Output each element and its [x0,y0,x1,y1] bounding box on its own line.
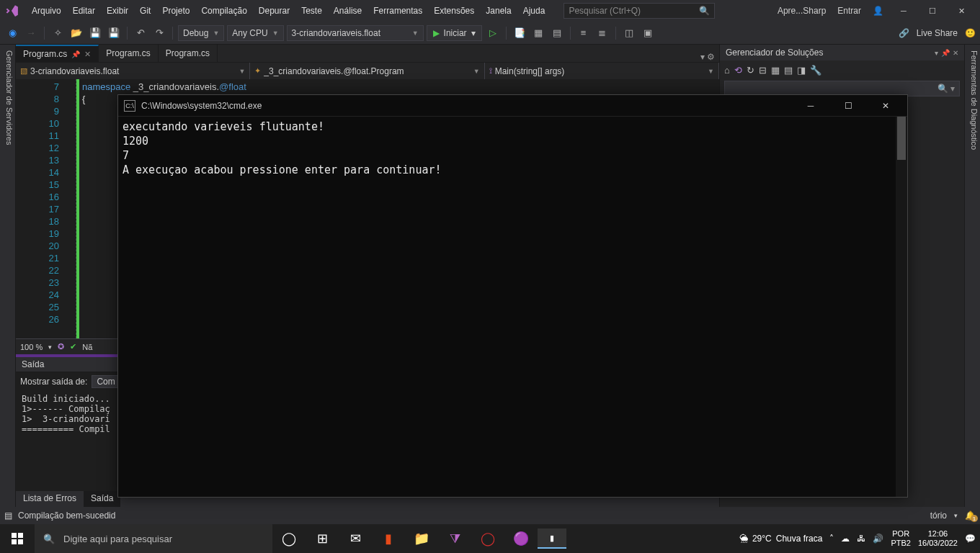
open-icon[interactable]: 📂 [68,25,84,41]
redo-icon[interactable]: ↷ [151,25,167,41]
menu-exibir[interactable]: Exibir [101,0,134,22]
tb-misc5-icon[interactable]: ≣ [594,25,610,41]
visualstudio-icon[interactable]: ⧩ [438,524,471,553]
office-icon[interactable]: ▮ [372,524,405,553]
undo-icon[interactable]: ↶ [133,25,148,41]
tray-language[interactable]: PORPTB2 [891,529,911,548]
save-icon[interactable]: 💾 [87,25,103,41]
solexp-wrench-icon[interactable]: 🔧 [810,65,821,76]
menu-compilação[interactable]: Compilação [195,0,252,22]
right-vertical-tabs[interactable]: Ferramentas de Diagnóstico [964,45,980,507]
solexp-close-icon[interactable]: ✕ [953,49,958,57]
console-close-button[interactable]: ✕ [870,95,901,117]
feedback-icon[interactable]: 🙂 [965,28,976,38]
taskview-icon[interactable]: ⊞ [306,524,339,553]
console-minimize-button[interactable]: ─ [795,95,827,117]
status-repo[interactable]: tório [930,511,947,521]
tab-errorlist[interactable]: Lista de Erros [16,491,84,507]
signin-link[interactable]: Entrar [832,6,867,16]
solexp-toolbar[interactable]: ⌂ ⟲ ↻ ⊟ ▦ ▤ ◨ 🔧 [720,60,964,79]
doc-tab-1[interactable]: Program.cs [99,45,158,62]
start-nodebug-icon[interactable]: ▷ [485,25,501,41]
learn-link[interactable]: Apre...Sharp [772,6,832,16]
console-maximize-button[interactable]: ☐ [832,95,864,117]
global-search-input[interactable]: Pesquisar (Ctrl+Q) 🔍 [564,3,715,19]
nav-project-dropdown[interactable]: ▧3-criandovariaveis.float▼ [16,63,250,79]
maximize-button[interactable]: ☐ [918,0,947,22]
issues-icon: ✔ [70,342,76,351]
tray-chevron-icon[interactable]: ˄ [829,534,834,544]
zoom-level[interactable]: 100 % [20,343,43,351]
menu-arquivo[interactable]: Arquivo [26,0,67,22]
doc-tab-0[interactable]: Program.cs📌✕ [16,45,99,62]
cmd-icon: C:\ [124,100,135,112]
solexp-pin-icon[interactable]: 📌 [941,49,950,57]
liveshare-button[interactable]: Live Share [917,28,958,38]
tb-misc1-icon[interactable]: 📑 [512,25,527,41]
platform-dropdown[interactable]: Any CPU▼ [227,25,283,41]
menu-janela[interactable]: Janela [480,0,517,22]
tray-network-icon[interactable]: 🖧 [857,534,865,544]
left-vertical-tabs[interactable]: Gerenciador de Servidores Caixa de Ferra… [0,45,16,507]
menu-depurar[interactable]: Depurar [253,0,295,22]
nav-class-dropdown[interactable]: ✦_3_criandovariaveis.@float.Program▼ [250,63,484,79]
solexp-props-icon[interactable]: ▤ [784,65,793,76]
tray-volume-icon[interactable]: 🔊 [873,534,883,544]
tb-misc7-icon[interactable]: ▣ [640,25,656,41]
doc-tab-2[interactable]: Program.cs [159,45,218,62]
search-icon: 🔍 [43,534,55,544]
user-icon[interactable]: 👤 [867,6,889,16]
tab-output[interactable]: Saída [84,491,120,507]
output-source-dropdown[interactable]: Com [92,375,120,388]
tb-misc4-icon[interactable]: ≡ [576,25,592,41]
minimize-button[interactable]: ─ [889,0,918,22]
solexp-sync-icon[interactable]: ⟲ [734,65,742,76]
liveshare-icon: 🔗 [899,28,909,38]
cmd-taskbar-icon[interactable]: ▮ [538,529,566,549]
config-dropdown[interactable]: Debug▼ [178,25,224,41]
taskbar-search[interactable]: 🔍 Digite aqui para pesquisar [35,524,272,553]
menu-git[interactable]: Git [134,0,156,22]
menu-teste[interactable]: Teste [295,0,328,22]
target-dropdown[interactable]: 3-criandovariaveis.float▼ [287,25,424,41]
weather-widget[interactable]: 🌦 29°C Chuva fraca [739,534,823,544]
console-scrollbar[interactable] [896,117,907,497]
tb-misc6-icon[interactable]: ◫ [621,25,637,41]
opera-icon[interactable]: ◯ [471,524,504,553]
copilot-icon[interactable]: 🟣 [504,524,538,553]
menu-ferramentas[interactable]: Ferramentas [368,0,428,22]
start-button[interactable] [0,524,35,553]
explorer-icon[interactable]: 📁 [405,524,438,553]
vs-status-bar: ▤ Compilação bem-sucedid tório▾ 🔔1 [0,507,980,524]
cortana-icon[interactable]: ◯ [272,524,306,553]
save-all-icon[interactable]: 💾 [106,25,122,41]
nav-method-dropdown[interactable]: ⟟Main(string[] args)▼ [485,63,719,79]
nav-back-icon[interactable]: ◉ [4,25,20,41]
new-item-icon[interactable]: ✧ [50,25,66,41]
tray-notifications-icon[interactable]: 💬 [965,534,976,544]
menu-extensões[interactable]: Extensões [428,0,480,22]
solexp-home-icon[interactable]: ⌂ [724,65,730,76]
start-debug-button[interactable]: ▶Iniciar▾ [427,25,482,41]
solexp-collapse-icon[interactable]: ⊟ [759,65,767,76]
tb-misc3-icon[interactable]: ▤ [549,25,565,41]
tab-overflow-icon[interactable]: ▾ ⚙ [696,52,719,62]
menu-editar[interactable]: Editar [67,0,101,22]
tb-misc2-icon[interactable]: ▦ [530,25,546,41]
solexp-dropdown-icon[interactable]: ▾ [935,49,938,57]
nav-fwd-icon[interactable]: → [23,25,39,41]
solexp-preview-icon[interactable]: ◨ [797,65,806,76]
tray-onedrive-icon[interactable]: ☁ [841,534,850,544]
close-button[interactable]: ✕ [947,0,976,22]
mail-icon[interactable]: ✉ [339,524,372,553]
menu-ajuda[interactable]: Ajuda [517,0,551,22]
console-output[interactable]: executando varieveis flutuante! 1200 7 A… [118,117,907,497]
menu-projeto[interactable]: Projeto [156,0,195,22]
document-tabs: Program.cs📌✕Program.csProgram.cs ▾ ⚙ [16,45,719,62]
menu-análise[interactable]: Análise [328,0,368,22]
tray-clock[interactable]: 12:0616/03/2022 [918,529,958,548]
status-build-text: Compilação bem-sucedid [18,511,115,521]
notification-bell-icon[interactable]: 🔔1 [965,511,976,521]
solexp-showall-icon[interactable]: ▦ [771,65,780,76]
solexp-refresh-icon[interactable]: ↻ [747,65,754,76]
